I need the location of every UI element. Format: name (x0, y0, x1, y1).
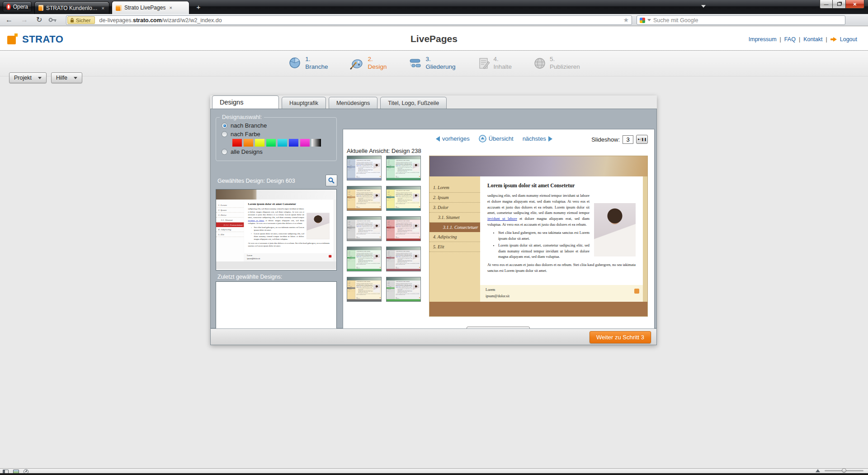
tab-titel-logo-fusszeile[interactable]: Titel, Logo, Fußzeile (380, 97, 447, 109)
design-thumbnail-9[interactable]: 1. Lorem2. Ipsum3. Dolor3.1. Sitamet3.1.… (386, 277, 421, 302)
tab-close-icon[interactable]: × (101, 5, 105, 11)
selected-design-preview[interactable]: 1. Lorem2. Ipsum3. Dolor3.1. Sitamet3.1.… (216, 189, 337, 271)
step-5-publizieren[interactable]: 5.Publizieren (533, 56, 580, 71)
step-2-design[interactable]: 2.Design (349, 56, 387, 71)
tab-title: STRATO Kundenlogin -... (46, 5, 98, 11)
design-thumbnail-7[interactable]: 1. Lorem2. Ipsum3. Dolor3.1. Sitamet3.1.… (386, 247, 421, 271)
design-thumbnail-2[interactable]: 1. Lorem2. Ipsum3. Dolor3.1. Sitamet3.1.… (347, 186, 382, 211)
color-swatch-5[interactable] (289, 139, 298, 147)
radio-alle-designs[interactable]: alle Designs (222, 148, 336, 155)
slideshow-interval-input[interactable] (623, 135, 633, 144)
design-thumbnail-6[interactable]: 1. Lorem2. Ipsum3. Dolor3.1. Sitamet3.1.… (347, 247, 382, 271)
color-swatch-2[interactable] (255, 139, 264, 147)
security-badge-label: Sicher (76, 18, 91, 23)
maximize-icon (837, 2, 841, 6)
strato-favicon (38, 5, 43, 11)
opera-menu-label: Opera (13, 4, 28, 10)
url-field[interactable]: Sicher de-livepages.strato.com/wizard/w2… (66, 15, 632, 25)
search-engine-chevron-icon[interactable] (647, 19, 651, 21)
logout-arrow-icon (830, 37, 837, 42)
panel-body: Designauswahl: nach Branche nach Farbe a… (210, 109, 657, 328)
slideshow-controls: Slideshow: ►/❚❚ (591, 135, 648, 144)
recent-designs-box (216, 281, 337, 335)
browser-tab-bar: Opera STRATO Kundenlogin -... × Strato L… (0, 0, 868, 14)
color-swatch-row (232, 139, 336, 147)
window-close-button[interactable]: ✕ (845, 0, 864, 9)
palette-icon (349, 57, 364, 70)
tab-hauptgrafik[interactable]: Hauptgrafik (282, 97, 326, 109)
window-minimize-button[interactable]: — (820, 0, 833, 9)
zoom-slider[interactable] (825, 470, 863, 471)
design-thumbnail-4[interactable]: 1. Lorem2. Ipsum3. Dolor3.1. Sitamet3.1.… (347, 216, 382, 241)
design-wizard-panel: Designs Hauptgrafik Menüdesigns Titel, L… (210, 95, 657, 345)
strato-favicon (116, 5, 122, 11)
search-field[interactable] (637, 15, 845, 25)
color-swatch-1[interactable] (244, 139, 253, 147)
next-design-link[interactable]: nächstes (523, 135, 552, 142)
search-input[interactable] (653, 17, 842, 24)
color-swatch-4[interactable] (278, 139, 287, 147)
lock-icon (70, 18, 74, 23)
magnifier-button[interactable] (326, 175, 337, 186)
window-maximize-button[interactable] (833, 0, 845, 9)
wizard-steps-bar: 1.Branche 2.Design 3.Gliederung (0, 51, 868, 76)
next-step-button[interactable]: Weiter zu Schritt 3 (590, 331, 651, 343)
back-button[interactable]: ← (5, 16, 13, 24)
chevron-down-icon (74, 77, 77, 79)
tab-designs[interactable]: Designs (212, 95, 279, 109)
hilfe-menu-button[interactable]: Hilfe (51, 72, 82, 83)
design-thumbnail-5[interactable]: 1. Lorem2. Ipsum3. Dolor3.1. Sitamet3.1.… (386, 216, 421, 241)
color-swatch-0[interactable] (232, 139, 242, 147)
slideshow-label: Slideshow: (591, 136, 620, 143)
reload-button[interactable]: ↻ (36, 16, 42, 24)
panel-footer: Weiter zu Schritt 3 (210, 328, 657, 345)
previous-design-link[interactable]: vorheriges (436, 135, 470, 142)
color-swatch-6[interactable] (300, 139, 310, 147)
browser-address-bar: ← → ↻ Sicher de-livepages.strato.com/wiz… (0, 14, 868, 26)
header-links: Impressum | FAQ | Kontakt | Logout (749, 36, 857, 43)
new-tab-button[interactable]: + (193, 3, 203, 11)
radio-nach-branche[interactable]: nach Branche (222, 122, 336, 129)
projekt-menu-button[interactable]: Projekt (9, 72, 47, 83)
design-thumbnail-0[interactable]: 1. Lorem2. Ipsum3. Dolor3.1. Sitamet3.1.… (347, 156, 382, 180)
chevron-down-icon (38, 77, 42, 79)
zoom-slider-handle[interactable] (842, 468, 846, 473)
fit-width-icon[interactable] (816, 469, 820, 472)
bookmark-star-icon[interactable]: ★ (623, 16, 629, 24)
step-3-gliederung[interactable]: 3.Gliederung (408, 56, 455, 71)
opera-logo-icon (6, 4, 11, 10)
opera-menu-button[interactable]: Opera (3, 1, 32, 12)
logout-link[interactable]: Logout (840, 36, 857, 43)
browser-tab-strato-kundenlogin[interactable]: STRATO Kundenlogin -... × (34, 1, 109, 14)
color-swatch-3[interactable] (266, 139, 276, 147)
tab-title: Strato LivePages (124, 5, 165, 11)
forward-button[interactable]: → (21, 16, 28, 24)
slideshow-play-pause-button[interactable]: ►/❚❚ (636, 135, 648, 144)
page-title: LivePages (0, 33, 868, 44)
color-swatch-7[interactable] (311, 139, 321, 147)
design-thumbnail-3[interactable]: 1. Lorem2. Ipsum3. Dolor3.1. Sitamet3.1.… (386, 186, 421, 211)
step-1-branche[interactable]: 1.Branche (288, 56, 328, 71)
site-header: STRATO LivePages Impressum | FAQ | Konta… (0, 26, 868, 51)
current-design-preview[interactable]: 1. Lorem2. Ipsum3. Dolor3.1. Sitamet3.1.… (429, 156, 648, 317)
design-thumbnail-8[interactable]: 1. Lorem2. Ipsum3. Dolor3.1. Sitamet3.1.… (347, 277, 382, 302)
radio-icon (222, 131, 227, 137)
screen-bezel (0, 473, 868, 475)
overview-link[interactable]: Übersicht (479, 135, 514, 142)
design-preview-panel: vorheriges Übersicht nächstes (343, 129, 655, 335)
step-4-inhalte[interactable]: 4.Inhalte (477, 56, 512, 71)
tab-overflow-chevron-icon[interactable] (701, 5, 706, 8)
kontakt-link[interactable]: Kontakt (803, 36, 822, 43)
password-key-icon[interactable] (48, 17, 57, 23)
radio-nach-farbe[interactable]: nach Farbe (222, 131, 336, 138)
faq-link[interactable]: FAQ (784, 36, 796, 43)
design-thumbnail-1[interactable]: 1. Lorem2. Ipsum3. Dolor3.1. Sitamet3.1.… (386, 156, 421, 180)
pie-chart-icon (288, 57, 302, 69)
tab-close-icon[interactable]: × (168, 5, 173, 10)
impressum-link[interactable]: Impressum (749, 36, 777, 43)
browser-tab-strato-livepages[interactable]: Strato LivePages × (112, 1, 189, 14)
tab-menuedesigns[interactable]: Menüdesigns (329, 97, 377, 109)
page-menu-buttons: Projekt Hilfe (9, 72, 82, 83)
security-badge[interactable]: Sicher (67, 16, 95, 24)
radio-icon (222, 149, 227, 155)
